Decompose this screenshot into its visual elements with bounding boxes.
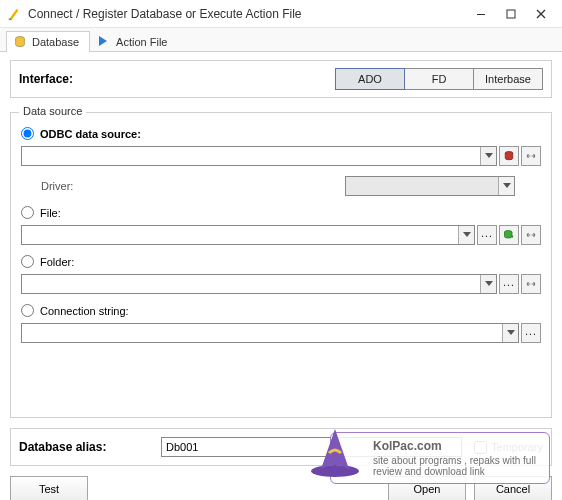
interface-label: Interface: <box>19 72 336 86</box>
odbc-radio-input[interactable] <box>21 127 34 140</box>
data-source-legend: Data source <box>19 105 86 117</box>
folder-radio[interactable]: Folder: <box>21 255 74 268</box>
chevron-down-icon[interactable] <box>480 147 496 165</box>
test-button[interactable]: Test <box>10 476 88 500</box>
connstr-radio[interactable]: Connection string: <box>21 304 129 317</box>
tab-action-file-label: Action File <box>116 36 167 48</box>
chevron-down-icon[interactable] <box>502 324 518 342</box>
odbc-combo[interactable] <box>21 146 497 166</box>
folder-radio-label: Folder: <box>40 256 74 268</box>
file-radio[interactable]: File: <box>21 206 61 219</box>
file-radio-input[interactable] <box>21 206 34 219</box>
odbc-manage-button[interactable] <box>499 146 519 166</box>
minimize-button[interactable] <box>466 3 496 25</box>
connstr-build-button[interactable] <box>521 323 541 343</box>
database-icon <box>13 35 27 49</box>
file-radio-label: File: <box>40 207 61 219</box>
tab-database[interactable]: Database <box>6 31 90 52</box>
connstr-radio-input[interactable] <box>21 304 34 317</box>
tab-action-file[interactable]: Action File <box>90 31 178 52</box>
window-title: Connect / Register Database or Execute A… <box>28 7 466 21</box>
folder-combo[interactable] <box>21 274 497 294</box>
odbc-radio[interactable]: ODBC data source: <box>21 127 141 140</box>
close-button[interactable] <box>526 3 556 25</box>
open-button[interactable]: Open <box>388 476 466 500</box>
connstr-radio-label: Connection string: <box>40 305 129 317</box>
interface-interbase-button[interactable]: Interbase <box>473 68 543 90</box>
temporary-checkbox[interactable] <box>474 441 487 454</box>
driver-combo[interactable] <box>345 176 515 196</box>
chevron-down-icon[interactable] <box>480 275 496 293</box>
file-type-button[interactable] <box>499 225 519 245</box>
svg-rect-2 <box>507 10 515 18</box>
interface-ado-button[interactable]: ADO <box>335 68 405 90</box>
chevron-down-icon[interactable] <box>498 177 514 195</box>
alias-input[interactable] <box>161 437 462 457</box>
folder-link-button[interactable] <box>521 274 541 294</box>
svg-rect-1 <box>477 14 485 15</box>
folder-radio-input[interactable] <box>21 255 34 268</box>
tab-database-label: Database <box>32 36 79 48</box>
cancel-button[interactable]: Cancel <box>474 476 552 500</box>
file-browse-button[interactable] <box>477 225 497 245</box>
temporary-label: Temporary <box>491 441 543 453</box>
driver-label: Driver: <box>41 180 101 192</box>
chevron-down-icon[interactable] <box>458 226 474 244</box>
data-source-group: Data source ODBC data source: <box>10 112 552 418</box>
interface-panel: Interface: ADO FD Interbase <box>10 60 552 98</box>
interface-segment: ADO FD Interbase <box>336 68 543 90</box>
folder-browse-button[interactable] <box>499 274 519 294</box>
file-combo[interactable] <box>21 225 475 245</box>
interface-fd-button[interactable]: FD <box>404 68 474 90</box>
connstr-combo[interactable] <box>21 323 519 343</box>
odbc-link-button[interactable] <box>521 146 541 166</box>
tab-strip: Database Action File <box>0 28 562 52</box>
play-icon <box>97 35 111 49</box>
maximize-button[interactable] <box>496 3 526 25</box>
alias-label: Database alias: <box>19 440 149 454</box>
app-icon <box>6 6 22 22</box>
file-link-button[interactable] <box>521 225 541 245</box>
alias-panel: Database alias: Temporary <box>10 428 552 466</box>
svg-rect-0 <box>9 18 12 20</box>
odbc-radio-label: ODBC data source: <box>40 128 141 140</box>
